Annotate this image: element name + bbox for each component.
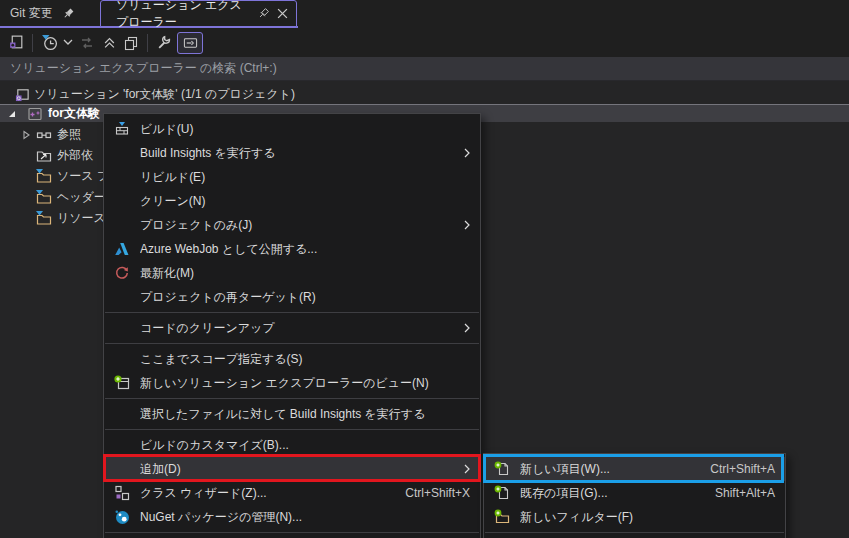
azure-icon bbox=[113, 241, 130, 257]
refresh-icon bbox=[113, 265, 130, 281]
expander-expanded-icon[interactable] bbox=[6, 108, 18, 120]
search-placeholder: ソリューション エクスプローラー の検索 (Ctrl+:) bbox=[10, 60, 277, 77]
menu-item-run-build-insights[interactable]: Build Insights を実行する bbox=[104, 141, 480, 165]
menu-item-label: Build Insights を実行する bbox=[140, 145, 460, 162]
cpp-project-icon bbox=[27, 106, 43, 122]
menu-item-label: Azure WebJob として公開する... bbox=[140, 241, 470, 258]
switch-views-icon[interactable] bbox=[5, 32, 27, 54]
menu-item-shortcut: Ctrl+Shift+X bbox=[405, 486, 470, 500]
menu-item-code-cleanup[interactable]: コードのクリーンアップ bbox=[104, 316, 480, 340]
properties-wrench-icon[interactable] bbox=[153, 32, 175, 54]
menu-item-label: 既存の項目(G)... bbox=[520, 485, 695, 502]
references-icon bbox=[36, 127, 52, 143]
menu-item-label: ビルドのカスタマイズ(B)... bbox=[140, 437, 470, 454]
menu-item-project-only[interactable]: プロジェクトのみ(J) bbox=[104, 213, 480, 237]
menu-item-label: ここまでスコープ指定する(S) bbox=[140, 351, 470, 368]
search-input[interactable]: ソリューション エクスプローラー の検索 (Ctrl+:) bbox=[0, 57, 849, 81]
filter-folder-icon bbox=[36, 190, 52, 206]
nuget-icon bbox=[113, 509, 130, 525]
menu-item-label: プロジェクトの再ターゲット(R) bbox=[140, 289, 470, 306]
solution-label: ソリューション 'for文体験' (1/1 のプロジェクト) bbox=[34, 86, 295, 103]
solution-explorer-window: Git 変更 ソリューション エクスプローラー bbox=[0, 0, 849, 538]
sync-active-document-icon[interactable] bbox=[76, 32, 98, 54]
menu-item-label: 追加(D) bbox=[140, 461, 460, 478]
menu-separator bbox=[105, 429, 479, 430]
tab-solution-explorer[interactable]: ソリューション エクスプローラー bbox=[100, 0, 297, 27]
menu-item-retarget-projects[interactable]: プロジェクトの再ターゲット(R) bbox=[104, 285, 480, 309]
filter-folder-icon bbox=[36, 169, 52, 185]
project-context-menu: ビルド(U) Build Insights を実行する リビルド(E) クリーン… bbox=[103, 113, 481, 538]
expander-collapsed-icon[interactable] bbox=[20, 129, 32, 141]
tree-item-label: ソース フ bbox=[57, 168, 109, 185]
tab-solution-explorer-label: ソリューション エクスプローラー bbox=[116, 0, 243, 31]
menu-item-add[interactable]: 追加(D) bbox=[104, 457, 480, 481]
menu-item-label: 最新化(M) bbox=[140, 265, 470, 282]
submenu-arrow-icon bbox=[460, 464, 470, 474]
menu-item-label: ビルド(U) bbox=[140, 121, 470, 138]
menu-item-refresh[interactable]: 最新化(M) bbox=[104, 261, 480, 285]
menu-item-label: プロジェクトのみ(J) bbox=[140, 217, 460, 234]
menu-item-clean[interactable]: クリーン(N) bbox=[104, 189, 480, 213]
submenu-item-new-item[interactable]: 新しい項目(W)... Ctrl+Shift+A bbox=[484, 457, 785, 481]
submenu-arrow-icon bbox=[460, 323, 470, 333]
project-label: for文体験 bbox=[48, 105, 100, 122]
existing-item-icon bbox=[493, 485, 510, 501]
menu-separator bbox=[105, 532, 479, 533]
tree-row-solution[interactable]: ソリューション 'for文体験' (1/1 のプロジェクト) bbox=[0, 84, 849, 104]
menu-item-new-solution-explorer-view[interactable]: 新しいソリューション エクスプローラーのビュー(N) bbox=[104, 371, 480, 395]
toolbar-separator bbox=[147, 34, 148, 52]
new-filter-icon bbox=[493, 509, 510, 525]
menu-separator bbox=[105, 398, 479, 399]
menu-item-rebuild[interactable]: リビルド(E) bbox=[104, 165, 480, 189]
build-icon bbox=[113, 121, 130, 137]
menu-item-label: 新しい項目(W)... bbox=[520, 461, 690, 478]
history-filter-icon[interactable] bbox=[38, 32, 60, 54]
submenu-item-existing-item[interactable]: 既存の項目(G)... Shift+Alt+A bbox=[484, 481, 785, 505]
submenu-item-new-filter[interactable]: 新しいフィルター(F) bbox=[484, 505, 785, 529]
menu-item-manage-nuget[interactable]: NuGet パッケージの管理(N)... bbox=[104, 505, 480, 529]
tab-git-changes[interactable]: Git 変更 bbox=[0, 0, 98, 26]
pin-icon[interactable] bbox=[257, 6, 270, 22]
submenu-arrow-icon bbox=[460, 220, 470, 230]
menu-item-label: リビルド(E) bbox=[140, 169, 470, 186]
tree-item-label: ヘッダー bbox=[57, 189, 106, 206]
tool-window-tabstrip: Git 変更 ソリューション エクスプローラー bbox=[0, 0, 849, 28]
preview-selected-items-toggle[interactable] bbox=[177, 32, 203, 54]
menu-item-label: 新しいフィルター(F) bbox=[520, 509, 775, 526]
menu-item-build-customizations[interactable]: ビルドのカスタマイズ(B)... bbox=[104, 433, 480, 457]
chevron-down-icon[interactable] bbox=[60, 32, 76, 54]
show-all-files-icon[interactable] bbox=[120, 32, 142, 54]
menu-item-label: 選択したファイルに対して Build Insights を実行する bbox=[140, 406, 470, 423]
external-dependencies-folder-icon bbox=[36, 148, 52, 164]
menu-item-publish-azure-webjob[interactable]: Azure WebJob として公開する... bbox=[104, 237, 480, 261]
menu-item-label: NuGet パッケージの管理(N)... bbox=[140, 509, 470, 526]
menu-item-label: クラス ウィザード(Z)... bbox=[140, 485, 385, 502]
solution-explorer-toolbar bbox=[0, 28, 849, 57]
close-icon[interactable] bbox=[277, 6, 288, 22]
menu-item-scope-to-this[interactable]: ここまでスコープ指定する(S) bbox=[104, 347, 480, 371]
menu-item-shortcut: Ctrl+Shift+A bbox=[710, 462, 775, 476]
add-submenu: 新しい項目(W)... Ctrl+Shift+A 既存の項目(G)... Shi… bbox=[483, 453, 786, 538]
menu-separator bbox=[485, 532, 784, 533]
menu-item-label: 新しいソリューション エクスプローラーのビュー(N) bbox=[140, 375, 470, 392]
solution-icon bbox=[14, 86, 30, 102]
tree-item-label: 参照 bbox=[57, 126, 81, 143]
toolbar-separator bbox=[32, 34, 33, 52]
tree-item-label: リソース bbox=[57, 210, 106, 227]
collapse-all-icon[interactable] bbox=[98, 32, 120, 54]
menu-item-label: コードのクリーンアップ bbox=[140, 320, 460, 337]
tree-item-label: 外部依 bbox=[57, 147, 93, 164]
menu-item-run-build-insights-selected[interactable]: 選択したファイルに対して Build Insights を実行する bbox=[104, 402, 480, 426]
menu-item-label: クリーン(N) bbox=[140, 193, 470, 210]
menu-item-build[interactable]: ビルド(U) bbox=[104, 117, 480, 141]
pin-icon[interactable] bbox=[61, 5, 77, 21]
submenu-arrow-icon bbox=[460, 148, 470, 158]
new-item-icon bbox=[493, 461, 510, 477]
menu-separator bbox=[105, 312, 479, 313]
tab-git-label: Git 変更 bbox=[10, 5, 53, 22]
menu-separator bbox=[105, 343, 479, 344]
menu-item-class-wizard[interactable]: クラス ウィザード(Z)... Ctrl+Shift+X bbox=[104, 481, 480, 505]
class-wizard-icon bbox=[113, 485, 130, 501]
filter-folder-icon bbox=[36, 211, 52, 227]
menu-item-shortcut: Shift+Alt+A bbox=[715, 486, 775, 500]
